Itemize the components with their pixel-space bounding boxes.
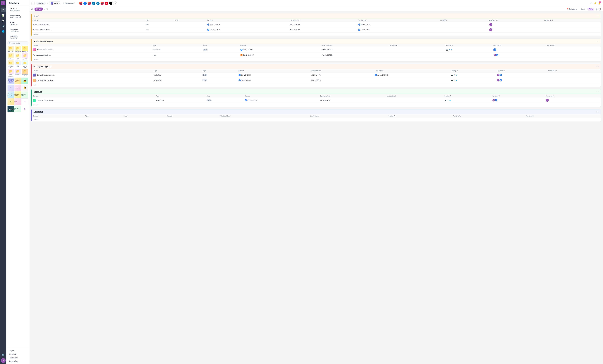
folder-test-grid[interactable]: 📁 Test Grid #1 [8, 60, 14, 68]
search-input[interactable] [11, 42, 29, 44]
folder-ig-stories[interactable]: 📁 IG Stories [8, 53, 14, 59]
search-bar[interactable]: 🔍 ⚙ [8, 41, 28, 45]
workspace-selector[interactable]: P Pallyy ▾ [49, 1, 61, 5]
table-row[interactable]: IG Story - Question Post ... Note G May … [32, 22, 601, 27]
image-thumb-4[interactable]: in [8, 84, 14, 91]
table-row[interactable]: Did you know you can no... Media Post Dr… [32, 72, 601, 78]
folder-june-2022[interactable]: 📁 June 2022 [15, 46, 21, 52]
folder-tips-tricks[interactable]: 📁 Tips & Tricks [22, 60, 28, 68]
table-row[interactable]: IG Story - Poll Post We wa... Note G May… [32, 27, 601, 33]
section-approval-menu[interactable]: ··· [596, 65, 599, 68]
image-thumb-8[interactable]: Freelancing & Updates [14, 91, 21, 98]
platform-instagram2-icon[interactable]: 📷 [87, 1, 91, 5]
folder-apr-2022[interactable]: 📁 Apr 2022 [22, 53, 28, 59]
section-review-new-row[interactable]: New + [32, 58, 601, 61]
section-approval-new-row[interactable]: New + [32, 83, 601, 87]
keywords-thumb[interactable]: TOP KEYWORDS [8, 106, 14, 112]
nav-icon-chart[interactable]: 📊 [1, 13, 6, 18]
notification-badge[interactable]: 🔔 80+ [598, 2, 601, 5]
platform-pinterest-icon[interactable]: P [105, 1, 108, 5]
avatar: A [495, 99, 498, 102]
image-thumb-6[interactable]: 👩‍💼 [21, 84, 28, 91]
sidebar-item-hashtags[interactable]: Hashtags Pre-set lists [8, 34, 28, 40]
content-thumbnail [33, 73, 36, 77]
section-ideas-menu[interactable]: ··· [596, 15, 599, 17]
section-ideas-title[interactable]: Ideas [34, 15, 38, 17]
lightning-button[interactable]: ⚡ [594, 2, 597, 5]
folder-carousels[interactable]: 📁 Carousels [15, 69, 21, 77]
filter-button[interactable]: ▽ [46, 8, 48, 11]
app-logo[interactable]: P [1, 1, 5, 5]
section-ideas-new-row[interactable]: New + [32, 32, 601, 36]
image-thumb-9[interactable]: Our Top 5 Articles [21, 91, 28, 98]
image-thumb-12[interactable]: Pallyy [21, 98, 28, 105]
folder-ugc[interactable]: 📁 UGC [15, 60, 21, 68]
sidebar-footer-bug[interactable]: Report a Bug [6, 359, 29, 363]
filter-all-button[interactable]: All [31, 8, 33, 10]
nav-icon-settings[interactable]: ⚙️ [1, 353, 6, 358]
section-approved-new-row[interactable]: New + [32, 103, 601, 107]
image-thumb-7[interactable]: New Instagram Algorithm Explained [8, 91, 14, 98]
settings-button[interactable]: ⚙ [595, 8, 597, 10]
sidebar-footer-help[interactable]: Help Center [6, 352, 29, 356]
grid-plan-thumb[interactable]: Plan your Grid... [14, 106, 21, 112]
section-review-menu[interactable]: ··· [596, 40, 599, 42]
view-table-button[interactable]: Table [587, 8, 594, 11]
image-thumb-2[interactable]: Your media plan... [14, 78, 21, 84]
col-scheduled-date: Scheduled Date [321, 44, 388, 47]
created-platform-dot: A [239, 74, 241, 76]
collapse-panel-button[interactable]: ‹ [44, 8, 45, 10]
platform-instagram3-icon[interactable]: 📷 [100, 1, 104, 5]
created-platform-dot: G [207, 29, 209, 31]
approver-avatar: T [546, 99, 549, 102]
platform-linkedin-icon[interactable]: in [92, 1, 95, 5]
folder-campaigns[interactable]: 📁 Campaigns [22, 69, 28, 77]
section-approved-menu[interactable]: ··· [596, 91, 599, 93]
folder-july-2022[interactable]: 📁 July 2022 [8, 46, 14, 52]
table-row[interactable]: Reels auto publishing is c... Note T Jun… [32, 52, 601, 58]
sidebar-item-calendar[interactable]: Calendar Draft, schedule [8, 6, 28, 13]
comment-button[interactable]: 💬 [599, 8, 601, 10]
section-review-title[interactable]: To Review/Add Images [34, 40, 53, 42]
folder-may-2022[interactable]: 📁 May 2022 [22, 46, 28, 52]
new-post-button[interactable]: New + [35, 8, 43, 11]
image-thumb-10[interactable]: ✅ [8, 98, 14, 105]
bottom-media-row: TOP KEYWORDS Plan your Grid... ⊕ [8, 106, 28, 112]
nav-icon-globe[interactable]: 🌐 [1, 29, 6, 34]
folder-new-features[interactable]: 📁 New Features [8, 69, 14, 77]
platform-facebook-icon[interactable]: f [83, 1, 87, 5]
folder-old[interactable]: 📁 Old [15, 53, 21, 59]
col-last-updated: Last Updated [374, 69, 450, 72]
nav-back-button[interactable]: ‹ [31, 2, 35, 5]
view-calendar-button[interactable]: 📅 Calendar ▾ [565, 8, 578, 11]
sidebar-item-grids[interactable]: Grids Visually plan [8, 20, 28, 26]
nav-icon-user[interactable]: P [1, 358, 6, 363]
platform-tiktok-icon[interactable]: ♪ [109, 1, 113, 5]
sidebar-footer-suggest[interactable]: Suggest Idea [6, 356, 29, 359]
nav-icon-link[interactable]: 🔗 [1, 24, 6, 28]
image-thumb-1[interactable]: 5 Skills Every Social Media Manager Need… [8, 78, 14, 84]
section-approval-title[interactable]: Waiting For Approval [34, 66, 51, 68]
refresh-button[interactable]: ↻ [591, 2, 592, 5]
folder-grid: 📁 July 2022 📁 June 2022 📁 May 2022 📁 IG … [8, 46, 28, 77]
table-row[interactable]: [Enter a caption templat... Media Post D… [32, 47, 601, 52]
sidebar-footer-support[interactable]: Support [6, 349, 29, 352]
table-row[interactable]: Everyone tells you that y... Media Post … [32, 98, 601, 103]
platform-add-icon[interactable]: + [113, 1, 117, 5]
image-thumb-11[interactable]: Our Top 5 articles... [14, 98, 21, 105]
nav-icon-grid[interactable]: ⊞ [1, 8, 6, 12]
section-scheduled-new-row[interactable]: New + [32, 118, 601, 122]
platform-linkedin2-icon[interactable]: in [96, 1, 100, 5]
sidebar-item-templates[interactable]: Templates Pre-set drafts [8, 27, 28, 33]
add-media-button[interactable]: ⊕ [21, 106, 28, 112]
view-board-button[interactable]: Board [580, 8, 586, 11]
table-row[interactable]: For those who may not k... Media Post Dr… [32, 78, 601, 83]
image-thumb-3[interactable]: 👩 [21, 78, 28, 84]
section-scheduled-menu[interactable]: ··· [596, 110, 599, 113]
sidebar-item-media-library[interactable]: Media Library Upload, organize [8, 13, 28, 20]
image-thumb-5[interactable]: Link in Bio [14, 84, 21, 91]
section-scheduled-title[interactable]: Scheduled [34, 111, 43, 113]
platform-instagram-icon[interactable]: 📷 [79, 1, 83, 5]
section-approved-title[interactable]: Approved [34, 91, 42, 93]
nav-icon-message[interactable]: 💬 [1, 18, 6, 23]
